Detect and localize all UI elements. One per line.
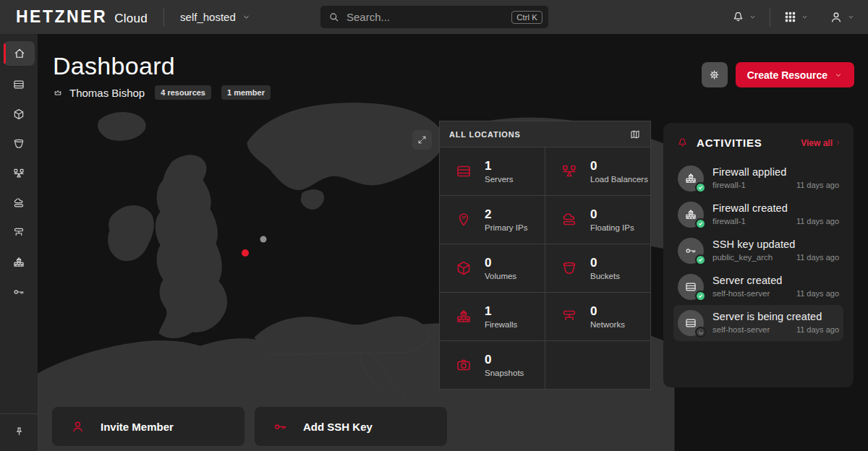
add-ssh-key-button[interactable]: Add SSH Key <box>255 407 447 446</box>
map-ireland <box>109 206 154 261</box>
stat-count: 0 <box>485 256 516 270</box>
map-expand-button[interactable] <box>412 130 432 150</box>
stat-label: Networks <box>590 320 625 329</box>
sidebar-item-dashboard[interactable] <box>4 41 35 66</box>
header-actions: Create Resource <box>702 62 854 87</box>
sidebar-item-volumes[interactable] <box>0 99 38 129</box>
search-icon <box>328 11 340 23</box>
activity-title: SSH key updated <box>712 239 839 250</box>
sidebar-item-servers[interactable] <box>0 69 38 99</box>
stat-label: Buckets <box>590 272 620 280</box>
account-menu[interactable] <box>829 10 855 25</box>
snapshot-camera-icon <box>455 356 472 374</box>
key-icon <box>684 244 697 257</box>
search-input[interactable] <box>346 11 511 23</box>
stat-count: 0 <box>590 304 625 319</box>
add-ssh-key-label: Add SSH Key <box>303 421 373 433</box>
activity-title: Firewall created <box>712 202 839 214</box>
activities-title: ACTIVITIES <box>697 137 801 149</box>
stat-count: 0 <box>590 256 620 270</box>
view-all-link[interactable]: View all <box>801 138 842 148</box>
stat-servers[interactable]: 1Servers <box>440 147 545 195</box>
floating-ip-icon <box>561 211 578 228</box>
pending-spinner-badge <box>695 327 706 338</box>
bucket-icon <box>12 137 25 150</box>
stat-count: 0 <box>590 207 634 222</box>
success-check-badge <box>695 182 706 193</box>
crown-icon <box>53 87 63 98</box>
search-bar: Ctrl K <box>320 6 548 28</box>
volumes-cube-icon <box>12 108 25 121</box>
stat-firewalls[interactable]: 1Firewalls <box>440 293 545 340</box>
location-dot-primary[interactable] <box>242 249 249 257</box>
firewall-icon <box>684 208 697 221</box>
stat-label: Snapshots <box>485 369 524 377</box>
stat-count: 1 <box>485 304 517 319</box>
settings-button[interactable] <box>702 62 728 87</box>
locations-header-label: ALL LOCATIONS <box>449 130 521 139</box>
key-icon <box>273 419 288 434</box>
stat-volumes[interactable]: 0Volumes <box>440 244 545 292</box>
activity-item: Server is being created self-host-server… <box>673 305 843 341</box>
sidebar-item-load-balancers[interactable] <box>0 158 38 188</box>
project-owner-row: Thomas Bishop 4 resources 1 member <box>53 85 271 100</box>
servers-icon <box>12 78 25 91</box>
activity-avatar <box>678 202 704 228</box>
load-balancer-icon <box>12 167 25 180</box>
sidebar-item-floating-ips[interactable] <box>0 188 38 218</box>
stat-snapshots[interactable]: 0Snapshots <box>440 341 545 389</box>
stat-count: 0 <box>485 353 524 367</box>
activity-avatar <box>678 238 704 264</box>
notifications-menu[interactable] <box>731 10 757 24</box>
stat-load-balancers[interactable]: 0Load Balancers <box>545 147 650 195</box>
activity-avatar <box>678 310 704 336</box>
stat-label: Firewalls <box>485 320 517 329</box>
top-bar: HETZNER Cloud self_hosted Ctrl K <box>0 0 868 34</box>
bell-icon <box>676 137 689 149</box>
success-check-badge <box>695 218 706 229</box>
floating-ip-icon <box>12 197 25 210</box>
chevron-down-icon <box>801 13 809 21</box>
activity-time: 11 days ago <box>796 289 839 298</box>
activity-item: Firewall applied firewall-1 11 days ago <box>673 160 843 197</box>
activity-item: Server created self-host-server 11 days … <box>673 269 843 305</box>
all-locations-panel: ALL LOCATIONS 1Servers 0Load Balancers 2… <box>439 121 651 390</box>
sidebar-pin-button[interactable] <box>0 419 38 444</box>
activity-resource: self-host-server <box>712 289 770 298</box>
create-resource-button[interactable]: Create Resource <box>736 62 854 87</box>
stat-buckets[interactable]: 0Buckets <box>545 244 650 292</box>
servers-icon <box>684 280 697 293</box>
sidebar-item-firewalls[interactable] <box>0 247 38 277</box>
sidebar-item-networks[interactable] <box>0 218 38 247</box>
project-selector[interactable]: self_hosted <box>180 11 251 23</box>
stat-floating-ips[interactable]: 0Floating IPs <box>545 196 650 244</box>
stat-label: Volumes <box>485 272 516 280</box>
brand-suffix: Cloud <box>114 12 148 26</box>
sidebar-item-security[interactable] <box>0 277 38 306</box>
top-right-controls <box>731 0 855 34</box>
bucket-icon <box>561 259 578 277</box>
brand-logo[interactable]: HETZNER Cloud <box>16 7 148 27</box>
firewall-icon <box>455 308 472 325</box>
resources-count-badge: 4 resources <box>155 85 211 100</box>
map-icon[interactable] <box>629 129 641 140</box>
apps-menu[interactable] <box>783 10 809 24</box>
invite-member-button[interactable]: Invite Member <box>52 407 244 446</box>
stat-networks[interactable]: 0Networks <box>545 293 650 340</box>
servers-icon <box>455 163 472 180</box>
stat-primary-ips[interactable]: 2Primary IPs <box>440 196 545 244</box>
stat-count: 2 <box>485 207 527 222</box>
brand-wordmark: HETZNER <box>16 7 107 27</box>
person-icon <box>70 419 85 434</box>
activity-avatar <box>678 274 704 300</box>
stat-label: Primary IPs <box>485 223 527 232</box>
pin-icon <box>13 426 25 438</box>
network-icon <box>561 308 578 325</box>
location-dot-secondary[interactable] <box>260 236 267 243</box>
activity-title: Server created <box>712 275 839 286</box>
search-shortcut-badge: Ctrl K <box>511 11 542 24</box>
network-icon <box>12 226 25 239</box>
sidebar-item-buckets[interactable] <box>0 129 38 158</box>
user-icon <box>829 10 843 25</box>
activity-avatar <box>678 166 704 192</box>
